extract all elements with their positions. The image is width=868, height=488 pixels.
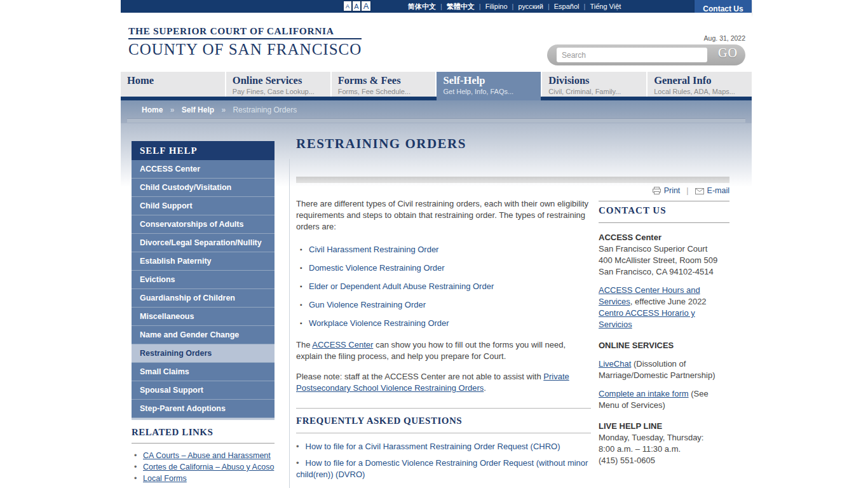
breadcrumb: Home » Self Help » Restraining Orders <box>142 105 297 114</box>
paragraph-text: Please note: staff at the ACCESS Center … <box>296 372 543 381</box>
sidebar-item-child-custody[interactable]: Child Custody/Visitation <box>132 179 275 197</box>
related-links-list: CA Courts – Abuse and Harassment Cortes … <box>132 450 281 484</box>
print-link[interactable]: Print <box>664 186 681 195</box>
search-go-button[interactable]: GO <box>718 46 738 60</box>
link-gun-violence[interactable]: Gun Violence Restraining Order <box>309 300 426 309</box>
link-domestic-violence[interactable]: Domestic Violence Restraining Order <box>309 263 445 273</box>
sidebar-bottom-shadow <box>132 418 275 420</box>
hours-line-spanish: Centro ACCESS Horario y Servicios <box>599 308 729 330</box>
search-input[interactable] <box>557 48 707 62</box>
nav-tab-online-services[interactable]: Online Services Pay Fines, Case Lookup..… <box>226 72 330 97</box>
main-content: RESTRAINING ORDERS Print|E-mail There ar… <box>296 136 729 152</box>
link-civil-harassment[interactable]: Civil Harassment Restraining Order <box>309 245 438 254</box>
language-links: 简体中文繁體中文FilipinoрусскийEspañolTiếng Việt <box>408 2 621 11</box>
list-item: Gun Violence Restraining Order <box>300 299 591 311</box>
related-link-ca-courts[interactable]: CA Courts – Abuse and Harassment <box>143 451 271 460</box>
font-size-medium-button[interactable]: A <box>352 1 361 11</box>
sidebar-title: SELF HELP <box>132 141 275 160</box>
language-link-chinese-simplified[interactable]: 简体中文 <box>408 3 436 10</box>
sidebar-item-name-gender-change[interactable]: Name and Gender Change <box>132 326 275 344</box>
faq-link-dvro-without-children[interactable]: How to file for a Domestic Violence Rest… <box>296 458 588 479</box>
livechat-line: LiveChat (Dissolution of Marriage/Domest… <box>599 358 729 381</box>
nav-tab-label: General Info <box>654 74 752 87</box>
language-link-russian[interactable]: русский <box>508 3 543 10</box>
sidebar-item-conservatorships[interactable]: Conservatorships of Adults <box>132 215 275 234</box>
sidebar-item-child-support[interactable]: Child Support <box>132 197 275 215</box>
nav-tab-label: Home <box>127 74 225 87</box>
top-bar: A A A 简体中文繁體中文FilipinoрусскийEspañolTiến… <box>121 0 752 13</box>
nav-tab-label: Divisions <box>548 74 646 87</box>
language-link-chinese-traditional[interactable]: 繁體中文 <box>436 3 475 10</box>
sidebar-item-evictions[interactable]: Evictions <box>132 271 275 289</box>
list-item: Domestic Violence Restraining Order <box>300 262 591 274</box>
language-link-spanish[interactable]: Español <box>543 3 580 10</box>
content-divider-line <box>289 159 290 488</box>
site-logo[interactable]: THE SUPERIOR COURT OF CALIFORNIA COUNTY … <box>128 25 362 58</box>
hours-suffix: , effective June 2022 <box>630 297 707 306</box>
sidebar-item-restraining-orders[interactable]: Restraining Orders <box>132 344 275 363</box>
bullet-icon: • <box>296 458 299 468</box>
breadcrumb-self-help-link[interactable]: Self Help <box>182 105 214 114</box>
helpline-hours: 8:00 a.m. – 11:30 a.m. <box>599 444 729 455</box>
breadcrumb-separator: » <box>221 105 226 114</box>
nav-tab-subtitle: Get Help, Info, FAQs... <box>443 88 541 95</box>
breadcrumb-current-page: Restraining Orders <box>233 105 297 114</box>
livechat-link[interactable]: LiveChat <box>599 359 631 369</box>
sidebar-item-access-center[interactable]: ACCESS Center <box>132 160 275 179</box>
related-links-section: RELATED LINKS CA Courts – Abuse and Hara… <box>132 427 281 484</box>
breadcrumb-home-link[interactable]: Home <box>142 105 163 114</box>
nav-tab-subtitle: Forms, Fee Schedule... <box>338 88 436 95</box>
link-elder-abuse[interactable]: Elder or Dependent Adult Abuse Restraini… <box>309 281 494 291</box>
paragraph-text: . <box>484 383 486 393</box>
tools-separator: | <box>686 186 688 195</box>
nav-tab-subtitle: Local Rules, ADA, Maps... <box>654 88 752 95</box>
live-help-line-title: LIVE HELP LINE <box>599 421 729 432</box>
nav-tab-home[interactable]: Home <box>121 72 225 97</box>
logo-line-1: THE SUPERIOR COURT OF CALIFORNIA <box>128 25 362 39</box>
nav-tab-subtitle: Pay Fines, Case Lookup... <box>233 88 330 95</box>
intake-line: Complete an intake form (See Menu of Ser… <box>599 388 729 411</box>
breadcrumb-band: Home » Self Help » Restraining Orders <box>121 100 752 123</box>
nav-tab-general-info[interactable]: General Info Local Rules, ADA, Maps... <box>648 72 752 97</box>
nav-tab-divisions[interactable]: Divisions Civil, Criminal, Family... <box>542 72 646 97</box>
link-workplace-violence[interactable]: Workplace Violence Restraining Order <box>309 318 449 328</box>
font-size-small-button[interactable]: A <box>343 1 352 11</box>
intro-paragraph: There are different types of Civil restr… <box>296 198 591 233</box>
breadcrumb-separator: » <box>170 105 175 114</box>
sidebar-item-spousal-support[interactable]: Spousal Support <box>132 381 275 400</box>
paragraph-text: The <box>296 340 312 349</box>
helpline-phone: (415) 551-0605 <box>599 455 729 466</box>
nav-tab-self-help[interactable]: Self-Help Get Help, Info, FAQs... <box>437 72 541 100</box>
hours-line: ACCESS Center Hours and Services, effect… <box>599 285 729 308</box>
page-tools: Print|E-mail <box>653 186 729 195</box>
sidebar-item-miscellaneous[interactable]: Miscellaneous <box>132 308 275 326</box>
sidebar-item-step-parent-adoptions[interactable]: Step-Parent Adoptions <box>132 400 275 418</box>
main-navigation: Home Online Services Pay Fines, Case Loo… <box>121 72 752 97</box>
faq-link-chro[interactable]: How to file for a Civil Harassment Restr… <box>306 442 560 451</box>
centro-access-link[interactable]: Centro ACCESS Horario y Servicios <box>599 308 695 329</box>
sidebar-item-small-claims[interactable]: Small Claims <box>132 363 275 381</box>
font-size-large-button[interactable]: A <box>361 1 371 11</box>
language-link-vietnamese[interactable]: Tiếng Việt <box>580 3 621 10</box>
email-icon <box>695 186 707 195</box>
faq-item: •How to file for a Domestic Violence Res… <box>296 458 591 480</box>
related-link-cortes[interactable]: Cortes de California – Abuso y Acoso <box>143 463 274 471</box>
nav-tab-forms-fees[interactable]: Forms & Fees Forms, Fee Schedule... <box>332 72 436 97</box>
page-title: RESTRAINING ORDERS <box>296 136 729 152</box>
sidebar-item-divorce[interactable]: Divorce/Legal Separation/Nullity <box>132 234 275 252</box>
nav-tab-label: Forms & Fees <box>338 74 436 87</box>
contact-title-rule <box>599 222 729 223</box>
list-item: Local Forms <box>132 473 281 484</box>
intake-form-link[interactable]: Complete an intake form <box>599 389 689 398</box>
sidebar-item-guardianship[interactable]: Guardianship of Children <box>132 289 275 308</box>
list-item: CA Courts – Abuse and Harassment <box>132 450 281 461</box>
related-link-local-forms[interactable]: Local Forms <box>143 474 187 483</box>
contact-address-line: San Francisco, CA 94102-4514 <box>599 266 729 278</box>
nav-tab-subtitle: Civil, Criminal, Family... <box>548 88 646 95</box>
language-link-filipino[interactable]: Filipino <box>475 3 508 10</box>
contact-us-title: CONTACT US <box>599 205 729 216</box>
email-link[interactable]: E-mail <box>707 186 729 195</box>
access-center-link[interactable]: ACCESS Center <box>312 340 373 349</box>
contact-address-line: San Francisco Superior Court <box>599 243 729 255</box>
sidebar-item-establish-paternity[interactable]: Establish Paternity <box>132 252 275 271</box>
